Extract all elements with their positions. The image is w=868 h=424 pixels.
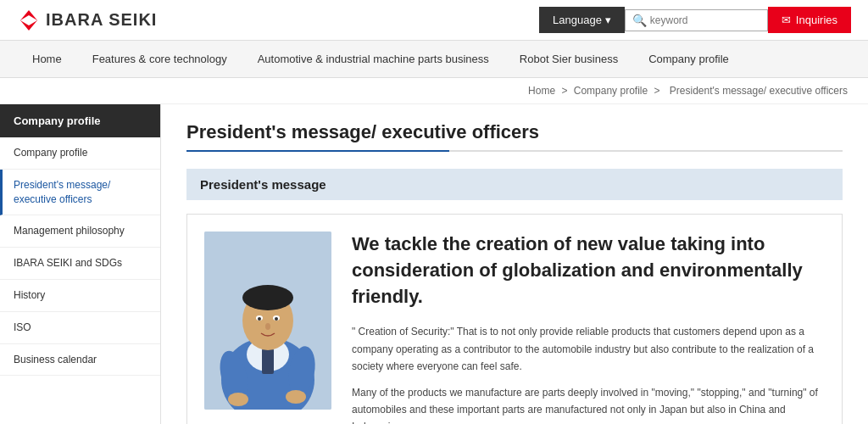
header-right: Language ▾ 🔍 ✉ Inquiries <box>539 7 851 33</box>
breadcrumb-company-profile[interactable]: Company profile <box>574 85 648 97</box>
svg-point-7 <box>242 285 293 310</box>
message-body-2: Many of the products we manufacture are … <box>352 384 825 424</box>
message-text-area: We tackle the creation of new value taki… <box>352 232 825 424</box>
mail-icon: ✉ <box>782 14 791 26</box>
logo-area: IBARA SEIKI <box>17 8 157 32</box>
header: IBARA SEIKI Language ▾ 🔍 ✉ Inquiries <box>0 0 868 41</box>
language-button[interactable]: Language ▾ <box>539 7 625 33</box>
sidebar: Company profile Company profile Presiden… <box>0 104 161 424</box>
sidebar-item-iso[interactable]: ISO <box>0 312 160 344</box>
breadcrumb: Home > Company profile > President's mes… <box>0 78 868 104</box>
page-title: President's message/ executive officers <box>186 121 843 143</box>
svg-point-16 <box>286 390 306 404</box>
sidebar-item-business-calendar[interactable]: Business calendar <box>0 344 160 377</box>
breadcrumb-sep-1: > <box>561 85 570 97</box>
sidebar-item-company-profile[interactable]: Company profile <box>0 137 160 170</box>
nav-item-company[interactable]: Company profile <box>633 41 744 77</box>
breadcrumb-home[interactable]: Home <box>528 85 555 97</box>
president-photo <box>204 232 331 410</box>
search-icon: 🔍 <box>632 14 647 27</box>
chevron-down-icon: ▾ <box>605 14 611 26</box>
breadcrumb-sep-2: > <box>654 85 662 97</box>
svg-marker-1 <box>20 15 37 25</box>
svg-point-11 <box>275 317 278 321</box>
sidebar-item-sdgs[interactable]: IBARA SEIKI and SDGs <box>0 248 160 280</box>
logo-icon <box>17 8 41 32</box>
svg-point-10 <box>258 317 261 321</box>
language-label: Language <box>553 14 602 26</box>
svg-point-15 <box>228 393 248 406</box>
svg-rect-5 <box>262 349 274 374</box>
nav-item-robot[interactable]: Robot Sier business <box>504 41 633 77</box>
message-body-1: " Creation of Security:" That is to not … <box>352 323 825 375</box>
breadcrumb-current: President's message/ executive officers <box>670 85 848 97</box>
nav-item-home[interactable]: Home <box>17 41 77 77</box>
president-image <box>204 232 331 410</box>
main-container: Company profile Company profile Presiden… <box>0 104 868 424</box>
inquiries-button[interactable]: ✉ Inquiries <box>768 7 851 33</box>
logo-text: IBARA SEIKI <box>46 10 157 30</box>
sidebar-item-presidents-message[interactable]: President's message/ executive officers <box>0 170 160 216</box>
search-box: 🔍 <box>625 9 768 31</box>
main-nav: Home Features & core technology Automoti… <box>0 41 868 78</box>
sidebar-item-management[interactable]: Management philosophy <box>0 215 160 248</box>
search-input[interactable] <box>650 14 760 26</box>
message-headline: We tackle the creation of new value taki… <box>352 232 825 310</box>
nav-item-automotive[interactable]: Automotive & industrial machine parts bu… <box>242 41 504 77</box>
svg-point-12 <box>265 323 270 330</box>
content-area: President's message/ executive officers … <box>161 104 868 424</box>
message-card: We tackle the creation of new value taki… <box>186 214 843 424</box>
sidebar-header: Company profile <box>0 104 160 137</box>
inquiries-label: Inquiries <box>796 14 837 26</box>
section-block-title: President's message <box>200 177 326 192</box>
title-underline <box>186 150 843 152</box>
nav-item-features[interactable]: Features & core technology <box>77 41 242 77</box>
section-block: President's message <box>186 169 843 200</box>
sidebar-item-history[interactable]: History <box>0 280 160 312</box>
